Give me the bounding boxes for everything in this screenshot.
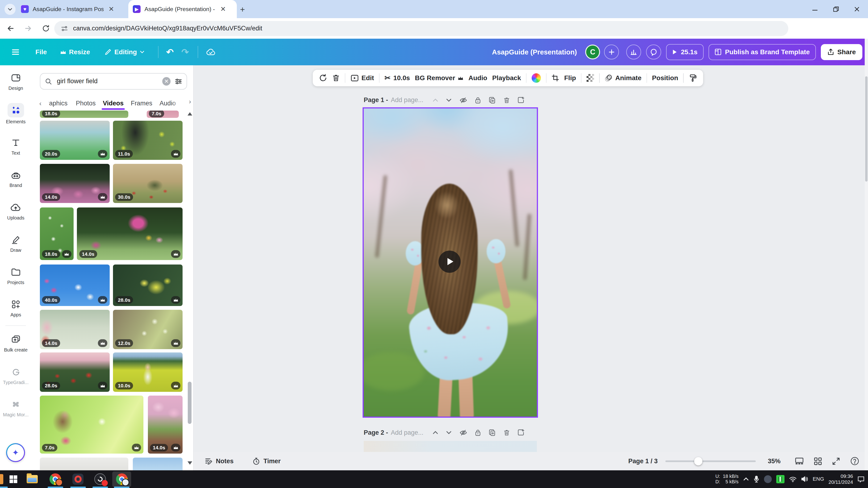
- sidebar-item-design[interactable]: Design: [0, 65, 32, 98]
- volume-icon[interactable]: [801, 476, 808, 482]
- browser-tab-presentation[interactable]: ▶ AsapGuide (Presentation) - You ✕: [128, 0, 237, 18]
- add-page-icon[interactable]: [518, 97, 525, 104]
- trim-video-button[interactable]: ✂ 10.0s: [384, 74, 410, 82]
- site-info-icon[interactable]: [61, 25, 68, 32]
- document-title[interactable]: AsapGuide (Presentation): [492, 48, 577, 56]
- forward-button[interactable]: [21, 21, 35, 36]
- tab-close-icon[interactable]: ✕: [219, 5, 227, 14]
- resize-button[interactable]: Resize: [60, 48, 90, 56]
- clear-search-icon[interactable]: ✕: [162, 77, 170, 85]
- microphone-tray-icon[interactable]: [753, 476, 760, 483]
- zoom-slider-thumb[interactable]: [694, 457, 703, 465]
- publish-brand-template-button[interactable]: Publish as Brand Template: [709, 44, 816, 60]
- move-page-up-icon[interactable]: [432, 429, 438, 436]
- audio-button[interactable]: Audio: [468, 74, 487, 82]
- tab-frames[interactable]: Frames: [131, 100, 152, 107]
- timer-button[interactable]: Timer: [252, 457, 281, 465]
- video-thumbnail[interactable]: 7.0s: [147, 110, 179, 118]
- chrome-profile1-icon[interactable]: [49, 473, 62, 486]
- video-thumbnail[interactable]: 12.0s: [113, 310, 183, 349]
- video-thumbnail[interactable]: [40, 458, 129, 470]
- comments-button[interactable]: [646, 44, 661, 59]
- video-thumbnail[interactable]: 18.0s: [40, 207, 73, 260]
- help-icon[interactable]: [850, 457, 859, 465]
- back-button[interactable]: [3, 21, 18, 36]
- crop-icon[interactable]: [552, 74, 559, 82]
- add-collaborator-button[interactable]: [604, 44, 619, 59]
- window-close-button[interactable]: [846, 0, 868, 18]
- tab-videos[interactable]: Videos: [103, 100, 124, 107]
- obs-studio-icon[interactable]: [94, 473, 107, 486]
- search-filter-icon[interactable]: [175, 77, 182, 85]
- canva-assistant-button[interactable]: ✦: [6, 443, 25, 462]
- tray-expand-caret-icon[interactable]: [743, 476, 749, 482]
- tabs-scroll-left-icon[interactable]: ‹: [39, 100, 41, 107]
- user-avatar[interactable]: C: [585, 44, 600, 59]
- video-thumbnail[interactable]: 14.0s: [148, 396, 183, 454]
- editing-mode-dropdown[interactable]: Editing: [104, 48, 145, 56]
- notification-center-icon[interactable]: [857, 476, 865, 483]
- address-bar[interactable]: canva.com/design/DAGVkiHetoQ/xg918aqyEr0…: [54, 21, 788, 36]
- scrollbar-thumb[interactable]: [188, 382, 191, 424]
- lock-page-icon[interactable]: [474, 429, 481, 436]
- presenter-view-icon[interactable]: [795, 457, 804, 465]
- tabs-scroll-right-icon[interactable]: ›: [189, 98, 191, 105]
- file-menu-button[interactable]: File: [35, 48, 47, 56]
- insights-chart-button[interactable]: [626, 44, 641, 59]
- page2-canvas-top[interactable]: [364, 441, 537, 452]
- file-explorer-icon[interactable]: [26, 473, 39, 486]
- move-page-up-icon[interactable]: [432, 97, 438, 103]
- grid-view-icon[interactable]: [814, 457, 822, 465]
- window-restore-button[interactable]: [825, 0, 847, 18]
- page1-video-frame[interactable]: [364, 108, 537, 417]
- video-thumbnail[interactable]: 14.0s: [40, 164, 110, 203]
- browser-scrollbar[interactable]: [865, 39, 868, 470]
- undo-button[interactable]: ↶: [166, 47, 174, 57]
- video-thumbnail[interactable]: 11.0s: [113, 121, 183, 160]
- sidebar-item-text[interactable]: Text: [0, 130, 32, 162]
- chrome-profile2-icon[interactable]: [115, 473, 128, 486]
- notes-button[interactable]: Notes: [205, 457, 234, 465]
- sidebar-item-magic-morph[interactable]: Magic Mor...: [0, 392, 32, 424]
- animate-button[interactable]: Animate: [605, 74, 642, 82]
- share-button[interactable]: Share: [821, 44, 863, 60]
- tab-search-button[interactable]: [4, 4, 16, 15]
- home-menu-button[interactable]: [11, 47, 20, 57]
- regenerate-icon[interactable]: [319, 74, 327, 82]
- add-page-icon[interactable]: [518, 429, 525, 436]
- move-page-down-icon[interactable]: [446, 97, 452, 103]
- tab-close-icon[interactable]: ✕: [107, 5, 115, 14]
- color-picker-icon[interactable]: [532, 73, 541, 83]
- tab-photos[interactable]: Photos: [76, 100, 96, 107]
- search-input[interactable]: [56, 77, 158, 86]
- video-thumbnail[interactable]: 18.0s: [40, 110, 129, 118]
- zoom-slider[interactable]: [665, 460, 756, 462]
- duplicate-page-icon[interactable]: [489, 429, 496, 436]
- video-thumbnail[interactable]: 30.0s: [113, 164, 183, 203]
- zoom-level[interactable]: 35%: [768, 458, 780, 465]
- new-tab-button[interactable]: +: [237, 4, 248, 15]
- system-monitor-tray-icon[interactable]: [776, 475, 784, 483]
- hide-page-icon[interactable]: [460, 97, 467, 104]
- start-button[interactable]: [7, 473, 20, 486]
- pinned-app-edge[interactable]: [0, 474, 3, 484]
- video-thumbnail[interactable]: 28.0s: [40, 352, 110, 392]
- page-title-placeholder[interactable]: Add page...: [391, 429, 423, 436]
- video-thumbnail[interactable]: 14.0s: [77, 207, 183, 260]
- window-minimize-button[interactable]: [804, 0, 826, 18]
- duplicate-page-icon[interactable]: [489, 97, 496, 104]
- video-thumbnail[interactable]: 20.0s: [40, 121, 110, 160]
- search-box[interactable]: ✕: [40, 73, 187, 90]
- bg-remover-button[interactable]: BG Remover: [415, 74, 464, 82]
- flip-button[interactable]: Flip: [564, 74, 576, 82]
- edit-video-button[interactable]: Edit: [350, 74, 374, 82]
- wifi-icon[interactable]: [789, 476, 797, 482]
- video-thumbnail[interactable]: 10.0s: [113, 352, 183, 392]
- page-indicator[interactable]: Page 1 / 3: [628, 458, 658, 465]
- sidebar-item-elements[interactable]: Elements: [0, 98, 32, 130]
- hide-page-icon[interactable]: [460, 429, 467, 436]
- tray-app-icon[interactable]: [764, 475, 772, 483]
- copy-style-roller-icon[interactable]: [689, 74, 697, 82]
- language-indicator[interactable]: ENG: [813, 476, 824, 482]
- fullscreen-icon[interactable]: [832, 457, 840, 465]
